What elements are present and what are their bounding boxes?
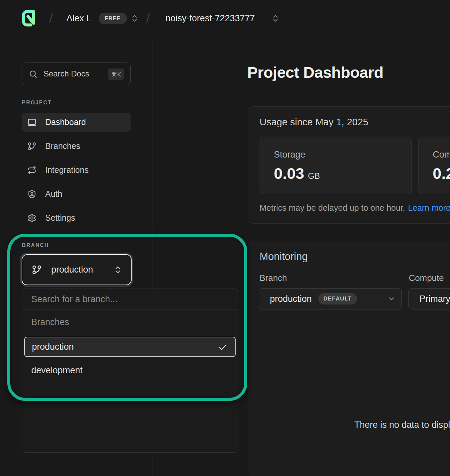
branch-option-label: development	[31, 365, 83, 376]
monitoring-branch-select[interactable]: production DEFAULT	[259, 288, 402, 309]
check-icon	[218, 343, 228, 355]
compute-metric-card: Compute 0.2	[418, 137, 450, 194]
sidebar-item-label: Integrations	[45, 165, 89, 175]
sidebar-item-label: Dashboard	[45, 117, 86, 127]
monitoring-card: Monitoring Branch Compute production DEF…	[249, 241, 450, 476]
sidebar-item-dashboard[interactable]: Dashboard	[22, 113, 131, 132]
project-switcher-chevrons-icon[interactable]	[271, 14, 280, 24]
git-branch-icon	[32, 265, 42, 275]
usage-card-title: Usage since May 1, 2025	[260, 117, 368, 128]
compute-field-label: Compute	[409, 273, 444, 283]
sidebar-item-settings[interactable]: Settings	[22, 208, 131, 227]
usage-card: Usage since May 1, 2025 Storage 0.03 GB …	[249, 106, 450, 224]
breadcrumb-separator: /	[49, 11, 53, 26]
auth-shield-icon	[27, 189, 37, 199]
sidebar-item-label: Settings	[45, 213, 75, 223]
monitoring-branch-value: production	[270, 294, 312, 304]
monitoring-compute-value: Primary	[419, 294, 450, 304]
branch-dropdown-panel: Branches production development	[22, 289, 238, 453]
sidebar-item-label: Branches	[45, 141, 80, 151]
metric-label: Storage	[274, 150, 305, 160]
branch-section-label: BRANCH	[22, 242, 49, 248]
metrics-footnote: Metrics may be delayed up to one hour.Le…	[260, 203, 450, 213]
org-name[interactable]: Alex L	[66, 13, 91, 24]
git-branch-icon	[27, 142, 37, 151]
branch-selector[interactable]: production	[22, 254, 132, 285]
org-switcher-chevrons-icon[interactable]	[130, 14, 139, 24]
learn-more-link[interactable]: Learn more	[408, 203, 450, 212]
sidebar-item-branches[interactable]: Branches	[22, 137, 131, 156]
search-shortcut-badge: ⌘K	[108, 68, 124, 80]
default-badge: DEFAULT	[318, 293, 357, 304]
monitoring-compute-select[interactable]: Primary	[408, 288, 450, 309]
metric-label: Compute	[433, 150, 450, 160]
branch-option-label: production	[32, 342, 74, 352]
neon-logo-icon[interactable]	[21, 9, 40, 28]
breadcrumb-separator: /	[146, 11, 150, 26]
top-bar: / Alex L FREE / noisy-forest-72233777	[0, 0, 450, 39]
branch-selector-value: production	[51, 265, 93, 275]
project-nav: Dashboard Branches Integrations Auth	[22, 113, 131, 232]
branch-field-label: Branch	[260, 273, 287, 283]
sidebar-item-label: Auth	[45, 189, 62, 199]
search-icon	[29, 69, 38, 78]
sidebar-item-auth[interactable]: Auth	[22, 184, 131, 203]
storage-metric-card: Storage 0.03 GB	[260, 137, 412, 194]
project-section-label: PROJECT	[22, 100, 52, 106]
dashboard-icon	[27, 118, 37, 127]
no-data-message: There is no data to display	[354, 420, 450, 430]
chevron-down-icon	[388, 295, 395, 303]
page-title: Project Dashboard	[247, 63, 383, 81]
neon-console-page: / Alex L FREE / noisy-forest-72233777 Se…	[0, 0, 450, 476]
search-docs-button[interactable]: Search Docs ⌘K	[22, 62, 131, 85]
metric-unit: GB	[308, 171, 320, 181]
monitoring-title: Monitoring	[260, 251, 308, 263]
metric-value: 0.03	[274, 164, 304, 182]
plan-badge: FREE	[99, 13, 127, 24]
branch-option-development[interactable]: development	[24, 360, 236, 381]
metric-value: 0.2	[433, 164, 450, 182]
search-docs-label: Search Docs	[44, 69, 89, 78]
branch-group-label: Branches	[31, 317, 229, 327]
gear-icon	[27, 213, 37, 223]
sidebar-item-integrations[interactable]: Integrations	[22, 161, 131, 179]
chevrons-up-down-icon	[113, 265, 122, 274]
branch-search-input[interactable]	[22, 289, 238, 310]
branch-option-production[interactable]: production	[24, 337, 236, 357]
integrations-icon	[27, 166, 37, 175]
project-name[interactable]: noisy-forest-72233777	[166, 13, 255, 24]
